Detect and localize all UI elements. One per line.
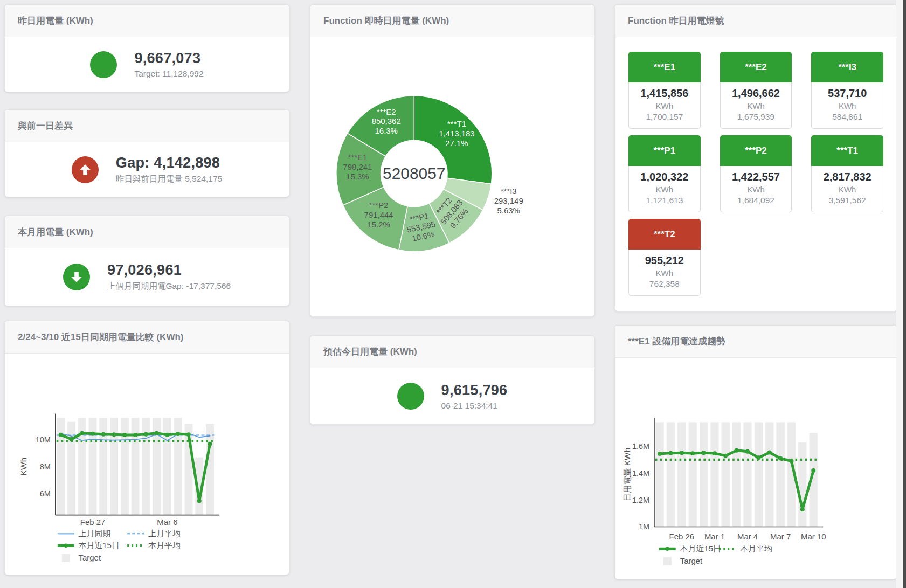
card-title-month: 本月用電量 (KWh) xyxy=(5,216,289,248)
svg-text:本月平均: 本月平均 xyxy=(148,541,181,550)
tile-body: 537,710 KWh 584,861 xyxy=(811,82,883,129)
card-month-usage: 本月用電量 (KWh) 97,026,961 上個月同期用電Gap: -17,3… xyxy=(4,216,289,306)
card-function-lights: Function 昨日用電燈號 ***E1 1,415,856 KWh 1,70… xyxy=(614,4,897,312)
tile-target: 1,684,092 xyxy=(723,196,790,205)
column-left: 昨日用電量 (KWh) 9,667,073 Target: 11,128,992… xyxy=(4,4,289,575)
tile-value: 537,710 xyxy=(814,87,881,100)
svg-text:Mar 1: Mar 1 xyxy=(704,532,725,541)
tile-body: 1,496,662 KWh 1,675,939 xyxy=(720,82,792,129)
svg-text:上月同期: 上月同期 xyxy=(79,529,111,538)
svg-text:本月近15日: 本月近15日 xyxy=(680,544,721,553)
svg-text:***I3293,1495.63%: ***I3293,1495.63% xyxy=(494,186,523,215)
kpi-value: 97,026,961 xyxy=(107,262,231,279)
column-middle: Function 即時日用電量 (KWh) ***T11,413,18327.1… xyxy=(310,4,594,425)
card-title-lights: Function 昨日用電燈號 xyxy=(615,5,897,37)
tile-value: 2,817,832 xyxy=(814,171,881,183)
tile-header: ***I3 xyxy=(811,52,883,82)
tile-value: 1,422,557 xyxy=(723,171,790,183)
compare-line-chart[interactable]: 6M8M10MFeb 27Mar 6KWh上月同期上月平均本月近15日本月平均T… xyxy=(5,354,289,575)
tile-target: 1,121,613 xyxy=(631,196,698,205)
card-function-realtime-donut: Function 即時日用電量 (KWh) ***T11,413,18327.1… xyxy=(310,4,594,317)
tile-body: 2,817,832 KWh 3,591,562 xyxy=(811,166,883,212)
card-title-compare: 2/24~3/10 近15日同期用電量比較 (KWh) xyxy=(5,321,289,354)
arrow-up-icon xyxy=(72,156,99,183)
card-compare-chart: 2/24~3/10 近15日同期用電量比較 (KWh) 6M8M10MFeb 2… xyxy=(4,321,289,575)
tile-target: 584,861 xyxy=(814,112,881,122)
svg-text:8M: 8M xyxy=(40,462,51,471)
status-tile-I3: ***I3 537,710 KWh 584,861 xyxy=(811,52,883,129)
svg-text:Mar 4: Mar 4 xyxy=(737,532,758,541)
status-tile-P1: ***P1 1,020,322 KWh 1,121,613 xyxy=(628,135,701,212)
page-gutter xyxy=(896,0,903,588)
tile-unit: KWh xyxy=(631,185,698,194)
tile-header: ***E1 xyxy=(628,52,701,82)
kpi-subtext: Target: 11,128,992 xyxy=(134,69,203,79)
card-estimate-today: 預估今日用電量 (KWh) 9,615,796 06-21 15:34:41 xyxy=(310,335,594,425)
tile-unit: KWh xyxy=(631,268,698,278)
tile-unit: KWh xyxy=(814,101,881,110)
tile-header: ***T1 xyxy=(811,135,883,166)
card-title-yesterday: 昨日用電量 (KWh) xyxy=(5,5,289,37)
function-usage-donut-chart[interactable]: ***T11,413,18327.1%***I3293,1495.63%***T… xyxy=(310,37,594,316)
tile-value: 1,496,662 xyxy=(723,87,790,100)
kpi-subtext: 上個月同期用電Gap: -17,377,566 xyxy=(107,281,231,292)
kpi-value: 9,667,073 xyxy=(134,50,203,67)
svg-text:1.6M: 1.6M xyxy=(632,442,649,451)
svg-text:Mar 7: Mar 7 xyxy=(770,532,791,541)
column-right: Function 昨日用電燈號 ***E1 1,415,856 KWh 1,70… xyxy=(614,4,897,579)
card-title-estimate: 預估今日用電量 (KWh) xyxy=(310,336,594,368)
status-circle-icon xyxy=(90,51,117,78)
tile-value: 1,415,856 xyxy=(631,87,698,100)
tile-body: 1,415,856 KWh 1,700,157 xyxy=(628,82,701,129)
kpi-timestamp: 06-21 15:34:41 xyxy=(441,401,508,411)
card-gap-previous-day: 與前一日差異 Gap: 4,142,898 昨日與前日用電量 5,524,175 xyxy=(4,109,289,197)
svg-text:Feb 27: Feb 27 xyxy=(80,517,105,527)
tile-unit: KWh xyxy=(631,101,698,110)
svg-text:Mar 10: Mar 10 xyxy=(801,532,826,541)
svg-text:10M: 10M xyxy=(36,435,51,444)
svg-text:本月平均: 本月平均 xyxy=(740,544,772,553)
status-tile-T1: ***T1 2,817,832 KWh 3,591,562 xyxy=(811,135,883,212)
arrow-down-icon xyxy=(63,264,90,290)
status-tile-E1: ***E1 1,415,856 KWh 1,700,157 xyxy=(628,52,701,129)
tile-target: 1,700,157 xyxy=(631,112,698,122)
tile-header: ***E2 xyxy=(720,52,792,82)
svg-text:Feb 26: Feb 26 xyxy=(669,532,694,541)
tile-target: 3,591,562 xyxy=(814,196,881,205)
svg-text:日用電量 KWh: 日用電量 KWh xyxy=(623,448,632,501)
tile-header: ***P2 xyxy=(720,135,792,166)
tile-unit: KWh xyxy=(814,185,881,194)
svg-text:Target: Target xyxy=(79,553,101,562)
status-circle-icon xyxy=(397,383,424,410)
card-title-gap: 與前一日差異 xyxy=(5,110,289,142)
svg-text:1.4M: 1.4M xyxy=(632,469,649,478)
tile-body: 955,212 KWh 762,358 xyxy=(628,250,701,296)
status-tile-T2: ***T2 955,212 KWh 762,358 xyxy=(628,219,701,296)
tile-value: 955,212 xyxy=(631,254,698,267)
svg-text:1M: 1M xyxy=(639,522,649,531)
status-tile-E2: ***E2 1,496,662 KWh 1,675,939 xyxy=(720,52,792,129)
status-tiles-grid: ***E1 1,415,856 KWh 1,700,157 ***E2 1,49… xyxy=(615,37,897,296)
kpi-value: Gap: 4,142,898 xyxy=(116,155,222,171)
card-e1-trend-chart: ***E1 設備用電達成趨勢 1M1.2M1.4M1.6MFeb 26Mar 1… xyxy=(614,325,897,579)
kpi-subtext: 昨日與前日用電量 5,524,175 xyxy=(116,174,222,185)
svg-text:1.2M: 1.2M xyxy=(632,496,649,504)
svg-text:Mar 6: Mar 6 xyxy=(157,517,177,527)
tile-unit: KWh xyxy=(723,185,790,194)
scrollbar[interactable] xyxy=(903,0,906,588)
svg-text:KWh: KWh xyxy=(19,458,28,475)
svg-text:本月近15日: 本月近15日 xyxy=(79,541,120,550)
tile-value: 1,020,322 xyxy=(631,171,698,183)
card-yesterday-usage: 昨日用電量 (KWh) 9,667,073 Target: 11,128,992 xyxy=(4,4,289,92)
e1-trend-line-chart[interactable]: 1M1.2M1.4M1.6MFeb 26Mar 1Mar 4Mar 7Mar 1… xyxy=(615,358,897,579)
tile-body: 1,020,322 KWh 1,121,613 xyxy=(628,166,701,212)
card-title-donut: Function 即時日用電量 (KWh) xyxy=(310,5,594,37)
tile-target: 1,675,939 xyxy=(723,112,790,122)
kpi-value: 9,615,796 xyxy=(441,382,508,399)
status-tile-P2: ***P2 1,422,557 KWh 1,684,092 xyxy=(720,135,792,212)
tile-unit: KWh xyxy=(723,101,790,110)
tile-header: ***P1 xyxy=(628,135,701,166)
svg-text:6M: 6M xyxy=(40,489,51,498)
card-title-e1-trend: ***E1 設備用電達成趨勢 xyxy=(615,326,897,358)
tile-target: 762,358 xyxy=(631,279,698,289)
